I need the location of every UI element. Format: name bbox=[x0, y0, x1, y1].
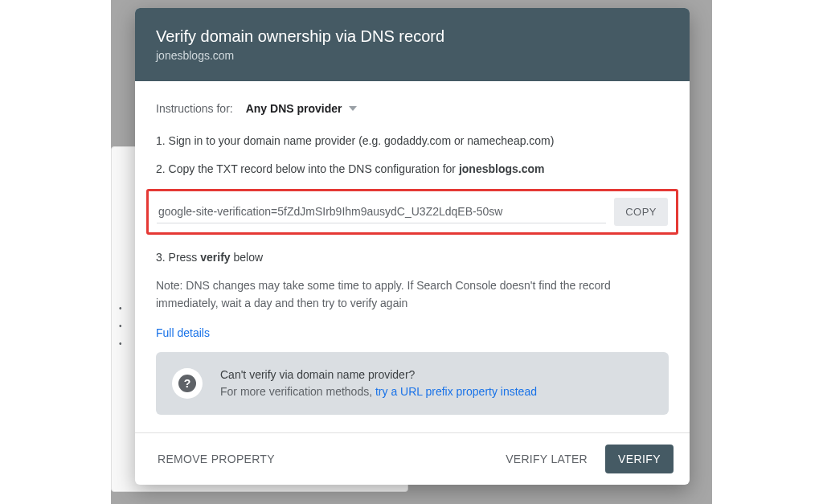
dialog-header: Verify domain ownership via DNS record j… bbox=[135, 8, 690, 81]
dialog-body: Instructions for: Any DNS provider 1. Si… bbox=[135, 81, 690, 432]
verify-button[interactable]: VERIFY bbox=[605, 445, 674, 473]
dialog-domain: jonesblogs.com bbox=[156, 49, 669, 62]
dialog-footer: REMOVE PROPERTY VERIFY LATER VERIFY bbox=[135, 432, 690, 485]
help-icon: ? bbox=[172, 368, 203, 399]
step-3: 3. Press verify below bbox=[156, 249, 669, 266]
step-3-prefix: 3. Press bbox=[156, 251, 200, 264]
provider-row: Instructions for: Any DNS provider bbox=[156, 102, 669, 115]
alt-text: Can't verify via domain name provider? F… bbox=[220, 367, 537, 400]
dns-provider-selected: Any DNS provider bbox=[246, 102, 342, 115]
copy-button[interactable]: COPY bbox=[614, 198, 668, 226]
step-3-suffix: below bbox=[231, 251, 263, 264]
txt-record-highlight: COPY bbox=[146, 189, 678, 235]
chevron-down-icon bbox=[349, 106, 357, 111]
verify-domain-dialog: Verify domain ownership via DNS record j… bbox=[135, 8, 690, 485]
alt-lead: For more verification methods, bbox=[220, 385, 375, 398]
step-2-domain: jonesblogs.com bbox=[459, 162, 545, 175]
full-details-link[interactable]: Full details bbox=[156, 326, 210, 339]
txt-record-input[interactable] bbox=[157, 200, 606, 223]
dns-provider-select[interactable]: Any DNS provider bbox=[246, 102, 357, 115]
alt-verification-box: ? Can't verify via domain name provider?… bbox=[156, 352, 669, 415]
url-prefix-link[interactable]: try a URL prefix property instead bbox=[375, 385, 537, 398]
dns-note: Note: DNS changes may take some time to … bbox=[156, 277, 669, 312]
alt-title: Can't verify via domain name provider? bbox=[220, 367, 537, 383]
question-mark-icon: ? bbox=[178, 375, 196, 392]
provider-label: Instructions for: bbox=[156, 102, 233, 115]
step-2: 2. Copy the TXT record below into the DN… bbox=[156, 161, 669, 178]
verify-later-button[interactable]: VERIFY LATER bbox=[499, 445, 594, 473]
step-1: 1. Sign in to your domain name provider … bbox=[156, 133, 669, 150]
remove-property-button[interactable]: REMOVE PROPERTY bbox=[151, 445, 281, 473]
alt-subtitle: For more verification methods, try a URL… bbox=[220, 383, 537, 400]
background-bullets: ••• bbox=[119, 300, 122, 353]
step-3-bold: verify bbox=[200, 251, 230, 264]
dialog-title: Verify domain ownership via DNS record bbox=[156, 27, 669, 46]
step-2-text: 2. Copy the TXT record below into the DN… bbox=[156, 162, 459, 175]
